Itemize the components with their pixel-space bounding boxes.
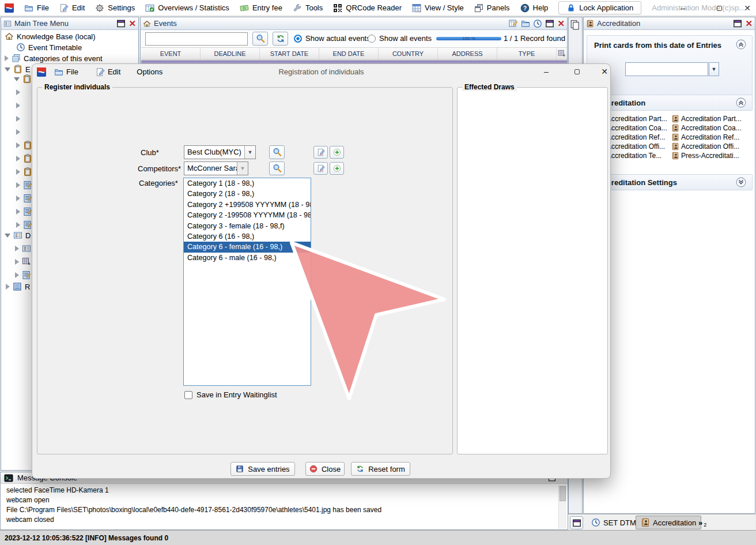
chevron-right-icon[interactable] (15, 272, 19, 278)
expand-chevron-down-icon[interactable] (736, 177, 746, 187)
chevron-down-icon[interactable]: ▼ (237, 162, 248, 175)
accreditation-item[interactable]: Accreditation Coa... (671, 123, 752, 133)
close-icon[interactable]: ✕ (745, 19, 753, 28)
category-option[interactable]: Category 6 (16 - 98,) (184, 231, 311, 242)
chevron-right-icon[interactable] (16, 89, 20, 95)
menu-settings[interactable]: Settings (95, 3, 135, 13)
category-option[interactable]: Category 2 (18 - 98,) (184, 189, 311, 199)
scrollbar-thumb[interactable] (560, 486, 566, 501)
chevron-right-icon[interactable] (16, 156, 20, 161)
menu-tools[interactable]: Tools (293, 3, 323, 13)
chevron-down-icon[interactable] (5, 234, 10, 238)
chevron-right-icon[interactable] (16, 129, 20, 135)
dialog-menu-edit[interactable]: Edit (92, 67, 124, 77)
radio-show-all-events[interactable] (368, 35, 376, 43)
chevron-down-icon[interactable]: ▼ (244, 146, 255, 159)
radio-show-actual-events[interactable] (294, 35, 302, 43)
chevron-right-icon[interactable] (16, 169, 20, 175)
window-close-button[interactable]: ✕ (739, 0, 756, 16)
accreditation-item[interactable]: Press-Accreditati... (671, 151, 752, 160)
accreditation-item[interactable]: Accreditation Part... (671, 114, 752, 123)
accreditation-item[interactable]: Accreditation Ref... (671, 133, 752, 142)
lock-application-button[interactable]: Lock Application (558, 1, 641, 14)
dialog-maximize-button[interactable] (567, 64, 587, 80)
dialog-minimize-button[interactable]: – (536, 64, 556, 80)
category-option[interactable]: Category 2 +199508 YYYYMM (18 - 98,) (184, 200, 311, 210)
chevron-right-icon[interactable] (16, 103, 20, 108)
chevron-right-icon[interactable] (16, 209, 20, 215)
chevron-right-icon[interactable] (6, 284, 10, 290)
pages-icon[interactable] (570, 20, 580, 30)
chevron-right-icon[interactable] (5, 55, 9, 61)
close-icon[interactable]: ✕ (557, 19, 565, 28)
clock-icon[interactable] (533, 19, 542, 28)
tab-accreditation[interactable]: Accreditation (636, 516, 701, 529)
menu-qrcode-reader[interactable]: QRCode Reader (333, 3, 402, 13)
panel-window-icon[interactable] (733, 19, 742, 28)
chevron-right-icon[interactable] (16, 116, 20, 122)
chevron-right-icon[interactable] (15, 246, 19, 251)
category-option[interactable]: Category 3 - female (18 - 98,f) (184, 221, 311, 231)
chevron-right-icon[interactable] (15, 259, 19, 265)
reset-form-button[interactable]: Reset form (351, 462, 410, 476)
waitinglist-checkbox[interactable] (184, 391, 192, 399)
chevron-down-icon[interactable] (5, 67, 10, 72)
collapse-chevron-up-icon[interactable] (736, 97, 746, 108)
club-add-button[interactable] (330, 146, 344, 159)
column-header-event[interactable]: EVENT (141, 48, 201, 59)
accreditation-item[interactable]: Accreditation Offi... (607, 142, 671, 151)
tree-item-categories[interactable]: Categories of this event (1, 53, 137, 63)
club-combobox[interactable]: Best Club(MYC) ▼ (184, 145, 256, 159)
category-option[interactable]: Category 1 (18 - 98,) (184, 178, 311, 189)
column-header-end-date[interactable]: END DATE (319, 48, 379, 59)
category-option[interactable]: Category 2 -199508 YYYYMM (18 - 98,) (184, 210, 311, 220)
grid-pencil-icon[interactable] (509, 19, 518, 28)
refresh-button[interactable] (273, 32, 288, 46)
club-search-button[interactable] (269, 145, 285, 159)
print-date-input[interactable] (625, 62, 708, 76)
chevron-right-icon[interactable] (16, 196, 20, 201)
save-entries-button[interactable]: Save entries (230, 462, 295, 476)
tree-item-knowledge-base[interactable]: Knowledge Base (local) (1, 31, 137, 42)
column-header-deadline[interactable]: DEADLINE (201, 48, 260, 59)
column-header-start-date[interactable]: START DATE (260, 48, 319, 59)
menu-help[interactable]: Help (520, 3, 549, 13)
column-header-type[interactable]: TYPE (497, 48, 557, 59)
column-chooser-icon[interactable] (557, 48, 566, 59)
panel-window-icon[interactable] (116, 19, 126, 28)
close-icon[interactable]: ✕ (128, 19, 136, 28)
chevron-right-icon[interactable] (16, 222, 20, 228)
menu-overviews-statistics[interactable]: Overviews / Statistics (145, 3, 229, 13)
search-button[interactable] (252, 32, 268, 46)
competitors-combobox[interactable]: McConner Sara ▼ (184, 161, 248, 175)
close-button[interactable]: Close (305, 462, 345, 476)
menu-panels[interactable]: Panels (474, 3, 510, 13)
panel-window-icon[interactable] (545, 19, 554, 28)
tab-overflow[interactable]: » 2 (694, 516, 711, 529)
accreditation-item[interactable]: Accreditation Ref... (607, 133, 671, 142)
competitors-add-button[interactable] (330, 162, 344, 175)
dialog-menu-file[interactable]: File (51, 67, 82, 77)
column-header-country[interactable]: COUNTRY (379, 48, 438, 59)
dialog-close-button[interactable]: ✕ (595, 64, 614, 80)
dialog-menu-options[interactable]: Options (133, 67, 166, 76)
competitors-edit-button[interactable] (313, 162, 328, 175)
chevron-right-icon[interactable] (16, 142, 20, 148)
tab-set-dtm[interactable]: SET DTM (587, 516, 641, 529)
window-minimize-button[interactable]: – (674, 0, 691, 16)
panel-window-button[interactable] (570, 516, 583, 529)
events-search-input[interactable] (145, 32, 248, 46)
category-option[interactable]: Category 6 - male (16 - 98,) (184, 253, 311, 263)
console-scrollbar[interactable] (558, 485, 566, 529)
folder-icon[interactable] (521, 19, 530, 28)
accreditation-item[interactable]: Accreditation Coa... (607, 123, 671, 133)
accreditation-item[interactable]: Accreditation Te... (607, 151, 671, 160)
tree-item-event-timetable[interactable]: Event Timetable (1, 42, 137, 52)
menu-file[interactable]: File (24, 3, 49, 13)
window-maximize-button[interactable] (710, 0, 728, 16)
menu-view-style[interactable]: View / Style (412, 3, 464, 13)
accreditation-item[interactable]: Accreditation Part... (607, 114, 671, 123)
date-dropdown-button[interactable]: ▼ (709, 62, 719, 76)
club-edit-button[interactable] (313, 146, 328, 159)
menu-entry-fee[interactable]: Entry fee (240, 3, 282, 13)
